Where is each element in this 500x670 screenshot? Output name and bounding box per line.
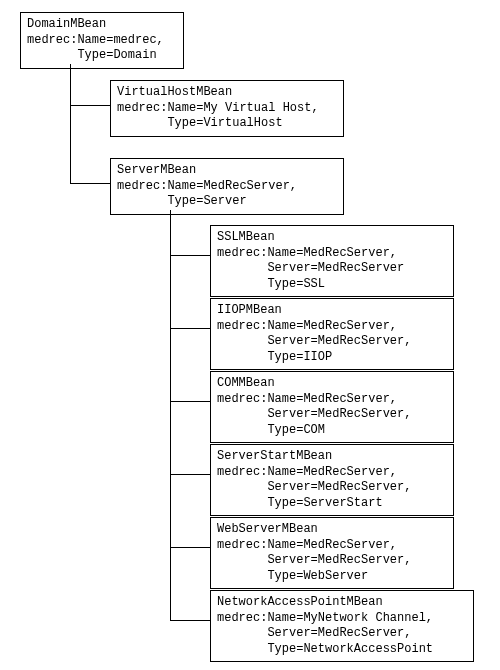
node-title: DomainMBean <box>27 17 177 33</box>
node-title: COMMBean <box>217 376 447 392</box>
node-line: Type=ServerStart <box>217 496 447 512</box>
node-title: WebServerMBean <box>217 522 447 538</box>
node-line: Type=WebServer <box>217 569 447 585</box>
node-line: Type=Server <box>117 194 337 210</box>
node-line: medrec:Name=MyNetwork Channel, <box>217 611 467 627</box>
node-title: SSLMBean <box>217 230 447 246</box>
mbean-tree: DomainMBean medrec:Name=medrec, Type=Dom… <box>10 10 490 660</box>
node-line: medrec:Name=MedRecServer, <box>217 319 447 335</box>
node-domain: DomainMBean medrec:Name=medrec, Type=Dom… <box>20 12 184 69</box>
node-server: ServerMBean medrec:Name=MedRecServer, Ty… <box>110 158 344 215</box>
node-line: Type=COM <box>217 423 447 439</box>
node-line: Server=MedRecServer, <box>217 626 467 642</box>
node-line: medrec:Name=MedRecServer, <box>217 246 447 262</box>
node-line: medrec:Name=medrec, <box>27 33 177 49</box>
node-title: VirtualHostMBean <box>117 85 337 101</box>
node-line: Server=MedRecServer, <box>217 407 447 423</box>
node-line: medrec:Name=MedRecServer, <box>217 465 447 481</box>
node-serverstart: ServerStartMBean medrec:Name=MedRecServe… <box>210 444 454 516</box>
node-com: COMMBean medrec:Name=MedRecServer, Serve… <box>210 371 454 443</box>
node-line: medrec:Name=My Virtual Host, <box>117 101 337 117</box>
node-line: medrec:Name=MedRecServer, <box>117 179 337 195</box>
node-line: Server=MedRecServer, <box>217 334 447 350</box>
node-title: NetworkAccessPointMBean <box>217 595 467 611</box>
node-line: Server=MedRecServer, <box>217 480 447 496</box>
node-line: Type=NetworkAccessPoint <box>217 642 467 658</box>
node-line: Server=MedRecServer, <box>217 553 447 569</box>
node-line: Server=MedRecServer <box>217 261 447 277</box>
node-title: ServerStartMBean <box>217 449 447 465</box>
node-line: Type=IIOP <box>217 350 447 366</box>
node-line: Type=SSL <box>217 277 447 293</box>
node-line: medrec:Name=MedRecServer, <box>217 392 447 408</box>
node-line: medrec:Name=MedRecServer, <box>217 538 447 554</box>
node-ssl: SSLMBean medrec:Name=MedRecServer, Serve… <box>210 225 454 297</box>
node-nap: NetworkAccessPointMBean medrec:Name=MyNe… <box>210 590 474 662</box>
node-line: Type=VirtualHost <box>117 116 337 132</box>
node-title: IIOPMBean <box>217 303 447 319</box>
node-virtualhost: VirtualHostMBean medrec:Name=My Virtual … <box>110 80 344 137</box>
node-webserver: WebServerMBean medrec:Name=MedRecServer,… <box>210 517 454 589</box>
node-line: Type=Domain <box>27 48 177 64</box>
node-iiop: IIOPMBean medrec:Name=MedRecServer, Serv… <box>210 298 454 370</box>
node-title: ServerMBean <box>117 163 337 179</box>
